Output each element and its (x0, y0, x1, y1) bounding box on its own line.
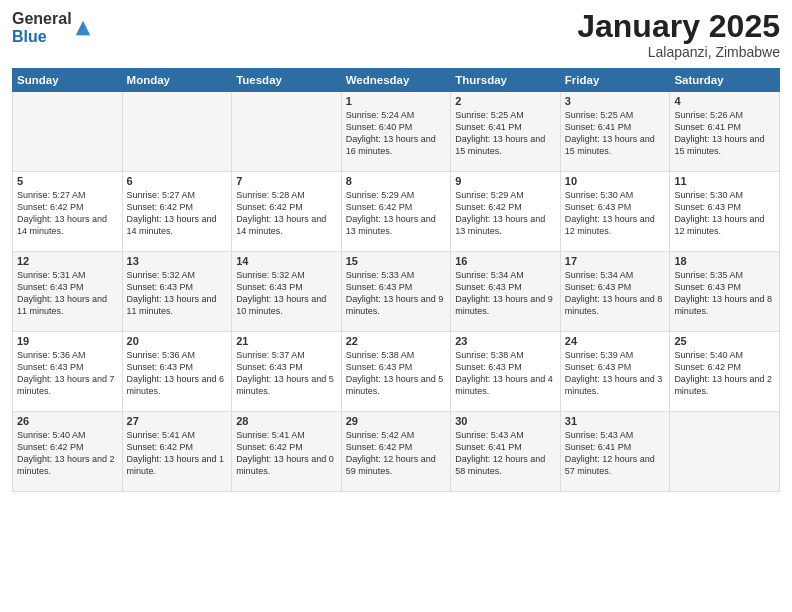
day-number: 14 (236, 255, 337, 267)
title-area: January 2025 Lalapanzi, Zimbabwe (577, 10, 780, 60)
day-number: 16 (455, 255, 556, 267)
day-number: 5 (17, 175, 118, 187)
cell-2-1: 5Sunrise: 5:27 AMSunset: 6:42 PMDaylight… (13, 172, 123, 252)
cell-info: Sunrise: 5:29 AMSunset: 6:42 PMDaylight:… (455, 189, 556, 238)
cell-info: Sunrise: 5:34 AMSunset: 6:43 PMDaylight:… (455, 269, 556, 318)
location: Lalapanzi, Zimbabwe (577, 44, 780, 60)
cell-3-1: 12Sunrise: 5:31 AMSunset: 6:43 PMDayligh… (13, 252, 123, 332)
day-number: 12 (17, 255, 118, 267)
cell-info: Sunrise: 5:39 AMSunset: 6:43 PMDaylight:… (565, 349, 666, 398)
day-number: 1 (346, 95, 447, 107)
calendar-table: Sunday Monday Tuesday Wednesday Thursday… (12, 68, 780, 492)
cell-3-5: 16Sunrise: 5:34 AMSunset: 6:43 PMDayligh… (451, 252, 561, 332)
day-number: 30 (455, 415, 556, 427)
cell-info: Sunrise: 5:37 AMSunset: 6:43 PMDaylight:… (236, 349, 337, 398)
cell-5-1: 26Sunrise: 5:40 AMSunset: 6:42 PMDayligh… (13, 412, 123, 492)
day-number: 7 (236, 175, 337, 187)
cell-info: Sunrise: 5:27 AMSunset: 6:42 PMDaylight:… (127, 189, 228, 238)
day-number: 6 (127, 175, 228, 187)
header: General Blue January 2025 Lalapanzi, Zim… (12, 10, 780, 60)
week-row-5: 26Sunrise: 5:40 AMSunset: 6:42 PMDayligh… (13, 412, 780, 492)
cell-4-5: 23Sunrise: 5:38 AMSunset: 6:43 PMDayligh… (451, 332, 561, 412)
cell-info: Sunrise: 5:28 AMSunset: 6:42 PMDaylight:… (236, 189, 337, 238)
cell-1-3 (232, 92, 342, 172)
week-row-1: 1Sunrise: 5:24 AMSunset: 6:40 PMDaylight… (13, 92, 780, 172)
cell-4-3: 21Sunrise: 5:37 AMSunset: 6:43 PMDayligh… (232, 332, 342, 412)
day-number: 4 (674, 95, 775, 107)
cell-info: Sunrise: 5:25 AMSunset: 6:41 PMDaylight:… (565, 109, 666, 158)
day-number: 9 (455, 175, 556, 187)
cell-2-5: 9Sunrise: 5:29 AMSunset: 6:42 PMDaylight… (451, 172, 561, 252)
col-friday: Friday (560, 69, 670, 92)
col-saturday: Saturday (670, 69, 780, 92)
cell-info: Sunrise: 5:24 AMSunset: 6:40 PMDaylight:… (346, 109, 447, 158)
cell-5-4: 29Sunrise: 5:42 AMSunset: 6:42 PMDayligh… (341, 412, 451, 492)
cell-3-7: 18Sunrise: 5:35 AMSunset: 6:43 PMDayligh… (670, 252, 780, 332)
day-number: 8 (346, 175, 447, 187)
col-tuesday: Tuesday (232, 69, 342, 92)
cell-info: Sunrise: 5:38 AMSunset: 6:43 PMDaylight:… (455, 349, 556, 398)
cell-info: Sunrise: 5:30 AMSunset: 6:43 PMDaylight:… (565, 189, 666, 238)
cell-1-1 (13, 92, 123, 172)
cell-info: Sunrise: 5:41 AMSunset: 6:42 PMDaylight:… (236, 429, 337, 478)
cell-info: Sunrise: 5:26 AMSunset: 6:41 PMDaylight:… (674, 109, 775, 158)
cell-info: Sunrise: 5:29 AMSunset: 6:42 PMDaylight:… (346, 189, 447, 238)
cell-1-4: 1Sunrise: 5:24 AMSunset: 6:40 PMDaylight… (341, 92, 451, 172)
cell-info: Sunrise: 5:40 AMSunset: 6:42 PMDaylight:… (674, 349, 775, 398)
day-number: 3 (565, 95, 666, 107)
cell-2-2: 6Sunrise: 5:27 AMSunset: 6:42 PMDaylight… (122, 172, 232, 252)
day-number: 11 (674, 175, 775, 187)
day-number: 21 (236, 335, 337, 347)
cell-info: Sunrise: 5:42 AMSunset: 6:42 PMDaylight:… (346, 429, 447, 478)
day-number: 26 (17, 415, 118, 427)
cell-info: Sunrise: 5:30 AMSunset: 6:43 PMDaylight:… (674, 189, 775, 238)
cell-5-5: 30Sunrise: 5:43 AMSunset: 6:41 PMDayligh… (451, 412, 561, 492)
logo-general: General (12, 10, 72, 28)
cell-5-3: 28Sunrise: 5:41 AMSunset: 6:42 PMDayligh… (232, 412, 342, 492)
cell-2-7: 11Sunrise: 5:30 AMSunset: 6:43 PMDayligh… (670, 172, 780, 252)
page-container: General Blue January 2025 Lalapanzi, Zim… (0, 0, 792, 612)
header-row: Sunday Monday Tuesday Wednesday Thursday… (13, 69, 780, 92)
cell-5-2: 27Sunrise: 5:41 AMSunset: 6:42 PMDayligh… (122, 412, 232, 492)
cell-1-2 (122, 92, 232, 172)
cell-info: Sunrise: 5:43 AMSunset: 6:41 PMDaylight:… (565, 429, 666, 478)
week-row-3: 12Sunrise: 5:31 AMSunset: 6:43 PMDayligh… (13, 252, 780, 332)
cell-info: Sunrise: 5:27 AMSunset: 6:42 PMDaylight:… (17, 189, 118, 238)
day-number: 20 (127, 335, 228, 347)
day-number: 23 (455, 335, 556, 347)
cell-info: Sunrise: 5:25 AMSunset: 6:41 PMDaylight:… (455, 109, 556, 158)
cell-info: Sunrise: 5:40 AMSunset: 6:42 PMDaylight:… (17, 429, 118, 478)
cell-info: Sunrise: 5:43 AMSunset: 6:41 PMDaylight:… (455, 429, 556, 478)
day-number: 24 (565, 335, 666, 347)
month-title: January 2025 (577, 10, 780, 42)
cell-2-4: 8Sunrise: 5:29 AMSunset: 6:42 PMDaylight… (341, 172, 451, 252)
cell-3-3: 14Sunrise: 5:32 AMSunset: 6:43 PMDayligh… (232, 252, 342, 332)
cell-info: Sunrise: 5:31 AMSunset: 6:43 PMDaylight:… (17, 269, 118, 318)
cell-info: Sunrise: 5:32 AMSunset: 6:43 PMDaylight:… (236, 269, 337, 318)
cell-4-2: 20Sunrise: 5:36 AMSunset: 6:43 PMDayligh… (122, 332, 232, 412)
cell-info: Sunrise: 5:35 AMSunset: 6:43 PMDaylight:… (674, 269, 775, 318)
cell-1-6: 3Sunrise: 5:25 AMSunset: 6:41 PMDaylight… (560, 92, 670, 172)
day-number: 13 (127, 255, 228, 267)
cell-info: Sunrise: 5:36 AMSunset: 6:43 PMDaylight:… (127, 349, 228, 398)
cell-4-6: 24Sunrise: 5:39 AMSunset: 6:43 PMDayligh… (560, 332, 670, 412)
cell-5-7 (670, 412, 780, 492)
day-number: 25 (674, 335, 775, 347)
cell-info: Sunrise: 5:32 AMSunset: 6:43 PMDaylight:… (127, 269, 228, 318)
cell-3-2: 13Sunrise: 5:32 AMSunset: 6:43 PMDayligh… (122, 252, 232, 332)
cell-info: Sunrise: 5:36 AMSunset: 6:43 PMDaylight:… (17, 349, 118, 398)
cell-3-6: 17Sunrise: 5:34 AMSunset: 6:43 PMDayligh… (560, 252, 670, 332)
day-number: 10 (565, 175, 666, 187)
day-number: 19 (17, 335, 118, 347)
day-number: 2 (455, 95, 556, 107)
cell-info: Sunrise: 5:34 AMSunset: 6:43 PMDaylight:… (565, 269, 666, 318)
week-row-2: 5Sunrise: 5:27 AMSunset: 6:42 PMDaylight… (13, 172, 780, 252)
logo: General Blue (12, 10, 92, 45)
day-number: 31 (565, 415, 666, 427)
cell-4-4: 22Sunrise: 5:38 AMSunset: 6:43 PMDayligh… (341, 332, 451, 412)
day-number: 15 (346, 255, 447, 267)
col-monday: Monday (122, 69, 232, 92)
col-thursday: Thursday (451, 69, 561, 92)
cell-info: Sunrise: 5:38 AMSunset: 6:43 PMDaylight:… (346, 349, 447, 398)
day-number: 18 (674, 255, 775, 267)
